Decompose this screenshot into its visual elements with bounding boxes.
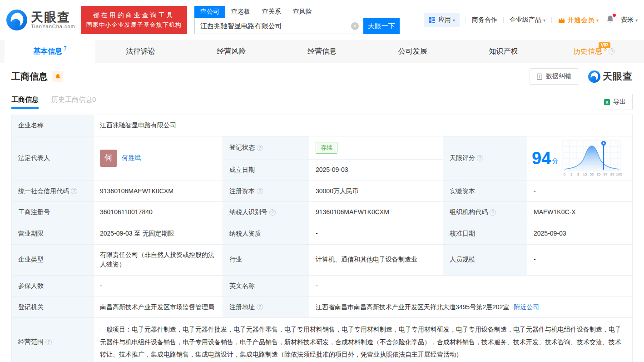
tab-label: 公司发展 xyxy=(398,47,427,56)
search-tab-boss[interactable]: 查老板 xyxy=(225,6,256,18)
help-icon[interactable]: ? xyxy=(269,209,276,216)
help-icon[interactable]: ? xyxy=(257,145,263,151)
help-icon[interactable]: ? xyxy=(257,304,263,310)
data-correction-button[interactable]: 数据纠错 xyxy=(530,68,578,85)
business-scope-value: 一般项目：电子元器件制造，电子元器件批发，电子元器件零售，电子专用材料销售，电子… xyxy=(94,318,632,362)
staff-size-label: 人员规模 xyxy=(443,245,527,275)
subtab-business-info[interactable]: 工商信息 xyxy=(11,96,39,109)
reg-status-label-cell: 登记状态 ? xyxy=(223,136,309,159)
legal-rep-label: 法定代表人 xyxy=(12,136,94,181)
apps-menu[interactable]: 应用 ▾ xyxy=(424,13,460,27)
svg-text:0: 0 xyxy=(564,172,566,176)
export-button[interactable]: X 导出 xyxy=(597,94,633,110)
tab-count: 7 xyxy=(64,45,67,52)
tab-company-development[interactable]: 公司发展 xyxy=(367,40,458,63)
tianyancha-logo-icon xyxy=(588,70,600,83)
help-icon[interactable]: ? xyxy=(477,155,483,161)
nav-cooperation[interactable]: 商务合作 xyxy=(472,16,497,24)
reg-number-label: 工商注册号 xyxy=(12,202,94,223)
tab-business-risk[interactable]: 经营风险 xyxy=(186,40,277,63)
apps-label: 应用 xyxy=(438,16,451,24)
company-name-value: 江西兆驰智显电路有限公司 xyxy=(94,115,632,136)
avatar[interactable]: 何 xyxy=(100,150,117,167)
status-badge: 存续 xyxy=(316,142,337,154)
industry-label: 行业 xyxy=(223,245,309,275)
tianyancha-logo[interactable]: 天眼查 TianYanCha.com xyxy=(6,10,75,30)
search-input[interactable] xyxy=(195,18,363,34)
approval-date-value: 2025-09-03 xyxy=(527,223,632,244)
brand-name: 天眼查 xyxy=(31,11,75,24)
search-tab-risk[interactable]: 查风险 xyxy=(287,6,318,18)
table-row: 登记机关 南昌高新技术产业开发区市场监督管理局 注册地址 ? 江西省南昌市南昌高… xyxy=(12,297,632,318)
staff-size-value: - xyxy=(527,245,632,275)
enterprise-label: 企业级产品 xyxy=(510,16,541,24)
legal-rep-link[interactable]: 何胜斌 xyxy=(122,153,141,163)
establish-date-label: 成立日期 xyxy=(223,160,309,181)
help-icon[interactable]: ? xyxy=(71,188,77,194)
open-vip-menu[interactable]: 开通会员 ▾ xyxy=(558,16,599,25)
tab-label: 经营风险 xyxy=(217,47,246,56)
credit-code-label: 统一社会信用代码 xyxy=(18,186,69,196)
tab-legal-litigation[interactable]: 法律诉讼 xyxy=(95,40,186,63)
reg-authority-label: 登记机关 xyxy=(12,297,94,318)
business-scope-label-cell: 经营范围 ? xyxy=(12,318,94,362)
search-area: 查公司 查老板 查关系 查风险 × 天眼一下 xyxy=(194,6,400,34)
nearby-companies-link[interactable]: 附近公司 xyxy=(514,302,539,312)
clear-icon[interactable]: × xyxy=(351,22,359,30)
slogan-line2: 国家中小企业发展子基金旗下机构 xyxy=(86,20,182,30)
export-label: 导出 xyxy=(613,98,626,106)
score-value: 94 xyxy=(532,150,551,167)
table-row: 参保人数 - 英文名称 - xyxy=(12,276,632,297)
org-code-label: 组织机构代码 xyxy=(450,207,488,217)
establish-date-value: 2025-09-03 xyxy=(309,160,443,181)
industry-value: 计算机、通信和其他电子设备制造业 xyxy=(309,245,443,275)
reg-address-cell: 江西省南昌市南昌高新技术产业开发区天祥北大道3495号第2层202室 附近公司 xyxy=(309,297,632,318)
svg-text:X: X xyxy=(606,100,609,104)
tab-business-info[interactable]: 经营信息 xyxy=(277,40,367,63)
nav-enterprise-products[interactable]: 企业级产品 ▾ xyxy=(510,16,545,24)
legal-rep-cell: 何 何胜斌 xyxy=(94,136,223,181)
search-button[interactable]: 天眼一下 xyxy=(363,18,400,34)
table-row: 统一社会信用代码 ? 91360106MAEW1K0CXM 注册资本 ? 300… xyxy=(12,181,632,202)
crown-icon xyxy=(558,17,565,23)
excel-icon: X xyxy=(604,99,610,106)
approval-date-label: 核准日期 xyxy=(443,223,527,244)
user-menu[interactable]: 费米 ▾ xyxy=(621,16,638,24)
insured-count-value: - xyxy=(94,276,223,297)
tab-label: 历史信息 xyxy=(573,47,602,56)
logo-text: 天眼查 TianYanCha.com xyxy=(31,11,75,29)
divider xyxy=(466,17,466,23)
help-icon[interactable]: ? xyxy=(257,188,263,194)
search-tab-company[interactable]: 查公司 xyxy=(194,6,225,18)
subtab-history-business-info[interactable]: 历史工商信息0 xyxy=(51,96,96,109)
reg-capital-label: 注册资本 xyxy=(229,186,255,196)
taxpayer-id-label-cell: 纳税人识别号 ? xyxy=(223,202,309,223)
help-icon[interactable]: ? xyxy=(45,339,52,345)
reg-address-label-cell: 注册地址 ? xyxy=(223,297,309,318)
credit-code-value: 91360106MAEW1K0CXM xyxy=(94,181,223,202)
tab-intellectual-property[interactable]: 知识产权 xyxy=(458,40,549,63)
business-info-table: 企业名称 江西兆驰智显电路有限公司 法定代表人 何 何胜斌 登记状态 ? 存续 xyxy=(11,115,633,362)
score-distribution-chart[interactable]: 0 1 3 15 50 85 97 99 100 xyxy=(562,140,623,177)
taxpayer-id-label: 纳税人识别号 xyxy=(229,207,268,217)
help-icon[interactable]: ? xyxy=(609,48,615,55)
top-nav: 应用 ▾ 商务合作 企业级产品 ▾ 开通会员 ▾ xyxy=(424,13,638,27)
notifications-bell[interactable] xyxy=(606,15,614,25)
help-icon[interactable]: ? xyxy=(490,209,496,216)
tab-label: 经营信息 xyxy=(307,47,337,56)
search-tabs: 查公司 查老板 查关系 查风险 xyxy=(194,6,400,18)
svg-text:99: 99 xyxy=(610,172,614,176)
paid-capital-label: 实缴资本 xyxy=(443,181,527,202)
monitor-bell-button[interactable] xyxy=(52,71,63,82)
reg-address-value: 江西省南昌市南昌高新技术产业开发区天祥北大道3495号第2层202室 xyxy=(316,302,509,312)
reg-address-label: 注册地址 xyxy=(229,302,255,312)
tab-basic-info[interactable]: 基本信息 7 xyxy=(5,40,95,63)
search-tab-relation[interactable]: 查关系 xyxy=(256,6,287,18)
username: 费米 xyxy=(621,16,634,24)
score-label: 天眼评分 xyxy=(450,153,475,163)
tianyancha-logo-icon xyxy=(6,10,27,30)
business-scope-label: 经营范围 xyxy=(18,337,44,347)
tab-history-info[interactable]: VIP 历史信息 3 ? xyxy=(549,40,639,63)
status-date-column: 登记状态 ? 存续 成立日期 2025-09-03 xyxy=(223,136,443,181)
company-name-label: 企业名称 xyxy=(12,115,94,136)
